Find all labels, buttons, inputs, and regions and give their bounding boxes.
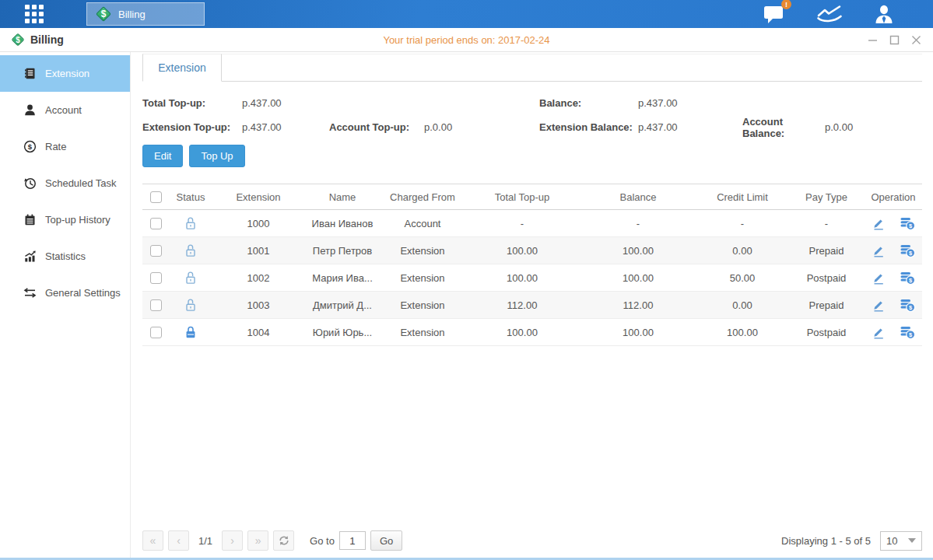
trial-notice: Your trial period ends on: 2017-02-24 <box>0 34 933 46</box>
table-body: 1000 Иван Иванов Account - - - - $ <box>142 210 922 346</box>
table-row: 1003 Дмитрий Д... Extension 112.00 112.0… <box>142 292 922 319</box>
unlocked-icon <box>184 243 197 257</box>
chat-icon[interactable]: ! <box>763 4 785 24</box>
sidebar-item-topup-history[interactable]: Top-up History <box>0 201 130 238</box>
extension-cell: 1001 <box>212 237 304 264</box>
taskbar-tab-label: Billing <box>118 9 146 20</box>
balance-label: Balance: <box>539 97 638 109</box>
name-cell: Юрий Юрь... <box>304 319 381 346</box>
user-icon[interactable] <box>874 4 894 24</box>
tab-extension[interactable]: Extension <box>142 54 222 82</box>
topup-icon[interactable]: $ <box>900 243 915 257</box>
sidebar-item-statistics[interactable]: Statistics <box>0 238 130 275</box>
edit-icon[interactable] <box>872 216 886 230</box>
first-page-button[interactable]: « <box>142 530 163 551</box>
topup-icon[interactable]: $ <box>900 325 915 339</box>
account-topup-value: p.0.00 <box>424 121 539 133</box>
minimize-icon[interactable] <box>866 33 879 46</box>
col-charged-from: Charged From <box>381 184 465 210</box>
sidebar-item-label: Extension <box>45 68 89 79</box>
select-all-checkbox[interactable] <box>150 191 162 203</box>
topup-history-icon <box>23 213 37 226</box>
goto-page-input[interactable] <box>339 531 366 550</box>
row-checkbox[interactable] <box>150 327 162 338</box>
credit-limit-cell: 0.00 <box>696 292 788 319</box>
edit-icon[interactable] <box>872 243 886 257</box>
edit-icon[interactable] <box>872 298 886 312</box>
charged-from-cell: Extension <box>381 319 465 346</box>
extension-table: Status Extension Name Charged From Total… <box>142 184 922 346</box>
credit-limit-cell: - <box>696 210 788 237</box>
main-panel: Extension Total Top-up: p.437.00 Balance… <box>131 52 933 558</box>
extension-balance-value: p.437.00 <box>638 121 742 133</box>
total-topup-label: Total Top-up: <box>142 97 242 109</box>
edit-icon[interactable] <box>872 325 886 339</box>
apps-grid-icon[interactable] <box>21 4 47 24</box>
account-topup-label: Account Top-up: <box>329 121 424 133</box>
row-checkbox[interactable] <box>150 218 162 229</box>
topup-icon[interactable]: $ <box>900 271 915 285</box>
page-size-value: 10 <box>886 535 897 547</box>
total-topup-cell: 100.00 <box>465 237 580 264</box>
col-pay-type: Pay Type <box>788 184 865 210</box>
billing-app-icon: $ <box>95 5 112 23</box>
name-cell: Дмитрий Д... <box>304 292 381 319</box>
pay-type-cell: - <box>788 210 865 237</box>
top-up-button[interactable]: Top Up <box>189 145 244 167</box>
edit-icon[interactable] <box>872 271 886 285</box>
sidebar-item-label: Account <box>45 104 82 116</box>
table-row: 1000 Иван Иванов Account - - - - $ <box>142 210 922 237</box>
edit-button[interactable]: Edit <box>142 145 183 167</box>
row-checkbox[interactable] <box>150 272 162 284</box>
taskbar-tab-billing[interactable]: $ Billing <box>86 2 205 26</box>
charged-from-cell: Extension <box>381 237 465 264</box>
close-icon[interactable] <box>910 33 922 46</box>
last-page-button[interactable]: » <box>247 530 268 551</box>
sidebar-item-scheduled-task[interactable]: Scheduled Task <box>0 165 130 201</box>
topup-icon[interactable]: $ <box>900 216 915 230</box>
topup-icon[interactable]: $ <box>900 298 915 312</box>
sidebar-item-rate[interactable]: $ Rate <box>0 128 130 165</box>
refresh-icon <box>279 535 289 546</box>
maximize-icon[interactable] <box>888 33 900 46</box>
displaying-text: Displaying 1 - 5 of 5 <box>781 535 871 547</box>
extension-cell: 1002 <box>212 264 304 292</box>
sidebar-item-label: Top-up History <box>45 214 110 226</box>
next-page-button[interactable]: › <box>222 530 243 551</box>
refresh-button[interactable] <box>273 530 294 551</box>
page-indicator: 1/1 <box>198 535 212 547</box>
col-credit-limit: Credit Limit <box>696 184 788 210</box>
account-balance-value: p.0.00 <box>825 121 922 133</box>
balance-cell: 100.00 <box>580 264 696 292</box>
go-button[interactable]: Go <box>370 530 402 551</box>
balance-cell: 100.00 <box>580 319 696 346</box>
sidebar-item-extension[interactable]: Extension <box>0 55 130 92</box>
extension-balance-label: Extension Balance: <box>539 121 638 133</box>
sidebar-item-label: Scheduled Task <box>45 177 117 189</box>
credit-limit-cell: 50.00 <box>696 264 788 292</box>
total-topup-cell: 100.00 <box>465 264 580 292</box>
pay-type-cell: Postpaid <box>788 319 865 346</box>
col-status: Status <box>169 184 212 210</box>
sidebar-item-account[interactable]: Account <box>0 92 130 128</box>
row-checkbox[interactable] <box>150 299 162 311</box>
sidebar-item-general-settings[interactable]: General Settings <box>0 275 130 311</box>
row-checkbox[interactable] <box>150 245 162 257</box>
balance-value: p.437.00 <box>638 97 742 109</box>
balance-cell: 112.00 <box>580 292 696 319</box>
status-lock-icon <box>184 271 197 285</box>
table-row: 1001 Петр Петров Extension 100.00 100.00… <box>142 237 922 264</box>
sidebar-item-label: General Settings <box>45 287 121 299</box>
extension-cell: 1000 <box>212 210 304 237</box>
chart-icon[interactable] <box>816 5 843 23</box>
chevron-down-icon <box>908 538 916 543</box>
prev-page-button[interactable]: ‹ <box>168 530 189 551</box>
page-size-select[interactable]: 10 <box>880 531 922 551</box>
locked-icon <box>184 325 197 339</box>
status-lock-icon <box>184 298 197 312</box>
window-titlebar: Your trial period ends on: 2017-02-24 $ … <box>0 28 933 52</box>
extension-icon <box>23 67 37 80</box>
status-lock-icon <box>184 325 197 339</box>
sidebar: Extension Account $ Rate <box>0 52 131 558</box>
sidebar-item-label: Rate <box>45 141 66 152</box>
